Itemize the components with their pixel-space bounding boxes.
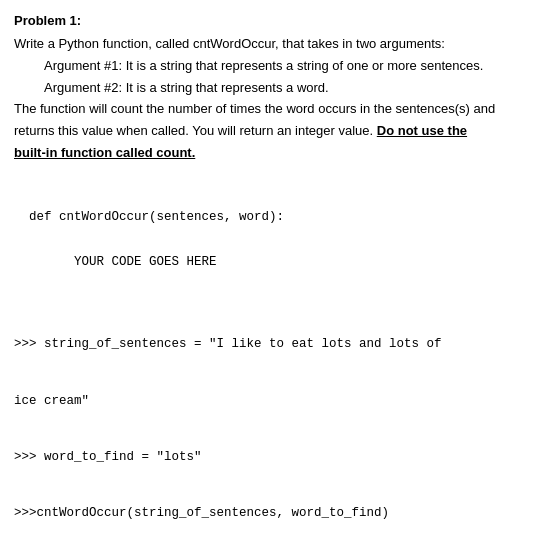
problem-section: Problem 1: Write a Python function, call… [14,12,524,163]
spacer1 [14,171,524,181]
example1-line2: ice cream" [14,392,524,411]
code-definition: def cntWordOccur(sentences, word): [14,189,524,227]
intro-text: Write a Python function, called cntWordO… [14,35,524,54]
desc1-text: The function will count the number of ti… [14,100,524,119]
code-placeholder-text: YOUR CODE GOES HERE [29,255,217,269]
spacer2 [14,280,524,290]
arg1-text: Argument #1: It is a string that represe… [14,57,524,76]
example1-line1: >>> string_of_sentences = "I like to eat… [14,335,524,354]
example1-line4: >>>cntWordOccur(string_of_sentences, wor… [14,504,524,523]
code-def-text: def cntWordOccur(sentences, word): [29,210,284,224]
code-placeholder: YOUR CODE GOES HERE [14,234,524,272]
arg2-text: Argument #2: It is a string that represe… [14,79,524,98]
problem-title: Problem 1: [14,12,524,31]
example1-line3: >>> word_to_find = "lots" [14,448,524,467]
desc2-span: returns this value when called. You will… [14,123,373,138]
desc3-span: built-in function called count. [14,145,195,160]
example1-block: >>> string_of_sentences = "I like to eat… [14,298,524,551]
desc3-text: built-in function called count. [14,144,524,163]
bold-part: Do not use the [377,123,467,138]
desc2-text: returns this value when called. You will… [14,122,524,141]
